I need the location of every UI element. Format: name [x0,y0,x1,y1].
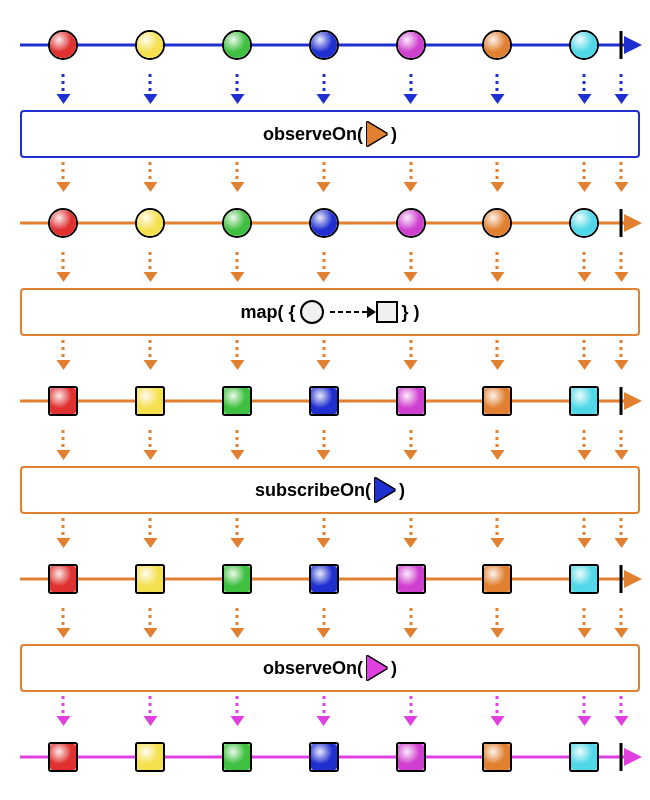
flow-arrow-icon [236,162,239,186]
flow-arrow-icon [496,518,499,542]
complete-tick [620,387,623,415]
flow-arrow-icon [62,608,65,632]
flow-arrow-icon [149,74,152,98]
timeline [20,732,640,782]
flow-arrow-icon [496,162,499,186]
flow-arrow-icon [620,252,623,276]
marble [482,208,512,238]
flow-arrow-icon [322,252,325,276]
dashed-arrow-icon [330,311,370,313]
flow-arrow-icon [409,696,412,720]
flow-arrow-icon [62,162,65,186]
marble [396,742,426,772]
flow-arrow-icon [496,74,499,98]
complete-tick [620,743,623,771]
marble [135,742,165,772]
marble [48,564,78,594]
flow-arrow-icon [236,340,239,364]
marble [48,208,78,238]
marble [396,386,426,416]
operator-label-post: ) [391,124,397,145]
flow-arrow-icon [583,162,586,186]
flow-arrows [20,344,640,372]
operator-box: map( {} ) [20,288,640,336]
marble [482,564,512,594]
flow-arrow-icon [583,430,586,454]
flow-arrow-icon [620,74,623,98]
operator-label-pre: observeOn( [263,124,363,145]
marble [48,30,78,60]
complete-tick [620,209,623,237]
flow-arrow-icon [409,162,412,186]
flow-arrow-icon [583,252,586,276]
flow-arrow-icon [149,252,152,276]
flow-arrow-icon [409,430,412,454]
flow-arrow-icon [496,608,499,632]
flow-arrow-icon [149,162,152,186]
marble [569,386,599,416]
flow-arrow-icon [496,696,499,720]
flow-arrow-icon [236,430,239,454]
flow-arrows [20,522,640,550]
square-icon [376,301,398,323]
marble [135,564,165,594]
triangle-icon [367,122,387,146]
marble [222,208,252,238]
operator-label-post: ) [391,658,397,679]
operator-label-pre: subscribeOn( [255,480,371,501]
flow-arrow-icon [620,340,623,364]
flow-arrow-icon [322,162,325,186]
flow-arrows [20,256,640,284]
marble [135,386,165,416]
flow-arrow-icon [236,74,239,98]
marble [396,30,426,60]
flow-arrow-icon [149,518,152,542]
circle-icon [300,300,324,324]
flow-arrow-icon [620,696,623,720]
flow-arrow-icon [236,608,239,632]
flow-arrow-icon [583,518,586,542]
marble [222,386,252,416]
marble [396,208,426,238]
flow-arrow-icon [236,252,239,276]
marble [309,742,339,772]
flow-arrow-icon [62,252,65,276]
marble [569,564,599,594]
flow-arrow-icon [62,430,65,454]
flow-arrow-icon [149,696,152,720]
marble [222,742,252,772]
marble [309,208,339,238]
timeline-arrow-icon [624,36,642,54]
marble [569,208,599,238]
timeline-arrow-icon [624,748,642,766]
flow-arrow-icon [322,340,325,364]
marble [482,386,512,416]
flow-arrow-icon [496,340,499,364]
marble [482,742,512,772]
operator-label-post: ) [399,480,405,501]
flow-arrow-icon [620,608,623,632]
flow-arrow-icon [149,340,152,364]
flow-arrow-icon [583,74,586,98]
timeline-arrow-icon [624,214,642,232]
flow-arrow-icon [409,518,412,542]
marble [135,208,165,238]
flow-arrow-icon [322,518,325,542]
marble [569,30,599,60]
marble [482,30,512,60]
flow-arrows [20,434,640,462]
operator-box: observeOn() [20,110,640,158]
flow-arrow-icon [236,518,239,542]
operator-label-pre: map( { [240,302,295,323]
marble [135,30,165,60]
marble-diagram: observeOn()map( {} )subscribeOn()observe… [20,20,640,782]
timeline [20,376,640,426]
timeline [20,198,640,248]
flow-arrow-icon [496,252,499,276]
flow-arrow-icon [149,430,152,454]
operator-label-post: } ) [402,302,420,323]
flow-arrow-icon [583,340,586,364]
flow-arrow-icon [62,74,65,98]
triangle-icon [375,478,395,502]
marble [309,30,339,60]
